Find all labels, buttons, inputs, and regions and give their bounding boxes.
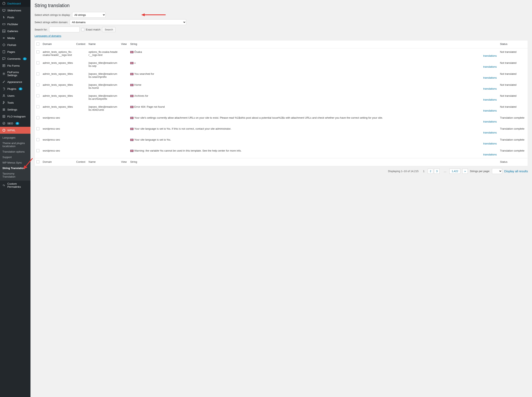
col-domain[interactable]: Domain (41, 40, 74, 48)
display-all-link[interactable]: Display all results (504, 169, 528, 173)
cell-status: Translation complete (498, 147, 528, 158)
cell-string: Your site language is set to %s.translat… (129, 136, 498, 147)
col-view[interactable]: View (119, 40, 129, 48)
col-domain-footer[interactable]: Domain (41, 158, 74, 166)
row-checkbox[interactable] (36, 149, 39, 152)
page-title: String translation (35, 3, 528, 8)
col-name-footer[interactable]: Name (87, 158, 119, 166)
page-link[interactable]: 2 (428, 169, 433, 174)
uk-flag-icon (130, 84, 134, 86)
translations-link[interactable]: translations (130, 120, 497, 123)
flohub-icon (2, 43, 6, 47)
cell-name: [wpseo_titles]breadcrumbs-404crumb (87, 103, 119, 114)
slideshows-icon (2, 9, 6, 12)
admin-sidebar: DashboardSlideshowsPostsFloSliderGalleri… (0, 0, 31, 397)
exact-match-checkbox[interactable] (81, 28, 84, 31)
col-status-footer[interactable]: Status (498, 158, 528, 166)
submenu-item-translation-options[interactable]: Translation options (0, 149, 31, 155)
sidebar-item-galleries[interactable]: Galleries (0, 28, 31, 35)
cell-name: [wpseo_titles]breadcrumbs-home (87, 81, 119, 92)
translations-link[interactable]: translations (130, 153, 497, 156)
row-checkbox[interactable] (36, 50, 39, 53)
sidebar-item-users[interactable]: Users (0, 92, 31, 99)
col-name[interactable]: Name (87, 40, 119, 48)
translations-link[interactable]: translations (130, 98, 497, 101)
sidebar-item-dashboard[interactable]: Dashboard (0, 0, 31, 7)
col-string-footer[interactable]: String (129, 158, 498, 166)
string-text: Warning: the variable %s cannot be used … (134, 149, 242, 152)
col-context[interactable]: Context (74, 40, 87, 48)
row-checkbox[interactable] (36, 83, 39, 86)
cell-string: Hometranslations (129, 81, 498, 92)
string-text: You searched for (134, 72, 154, 75)
sidebar-item-flohub[interactable]: FloHub (0, 41, 31, 48)
sidebar-item-flo-forms[interactable]: Flo Forms (0, 62, 31, 69)
sidebar-item-label: FLO Instagram (7, 115, 26, 118)
translations-link[interactable]: translations (130, 131, 497, 134)
submenu-item-support[interactable]: Support (0, 155, 31, 160)
sidebar-item-label: Settings (7, 108, 17, 111)
page-last[interactable]: 1,422 (450, 169, 460, 174)
sidebar-item-seo[interactable]: SEO4 (0, 120, 31, 127)
sidebar-item-pages[interactable]: Pages (0, 48, 31, 55)
submenu-item-wp-menus-sync[interactable]: WP Menus Sync (0, 160, 31, 165)
sidebar-item-flo-instagram[interactable]: FLO Instagram (0, 113, 31, 120)
translations-link[interactable]: translations (130, 87, 497, 90)
sidebar-item-settings[interactable]: Settings (0, 106, 31, 113)
translations-link[interactable]: translations (130, 54, 497, 57)
row-checkbox[interactable] (36, 105, 39, 108)
table-row: wordpress-seoYour site language is set t… (35, 136, 528, 147)
permalinks-icon (2, 183, 6, 187)
languages-of-domains-link[interactable]: Languages of domains (35, 34, 61, 37)
translations-link[interactable]: translations (130, 142, 497, 145)
submenu-item-taxonomy-translation[interactable]: Taxonomy Translation (0, 171, 31, 180)
sidebar-item-label: Users (7, 94, 14, 97)
row-checkbox[interactable] (36, 138, 39, 141)
sidebar-item-tools[interactable]: Tools (0, 99, 31, 106)
row-checkbox[interactable] (36, 72, 39, 75)
sidebar-item-media[interactable]: Media (0, 35, 31, 41)
col-view-footer[interactable]: View (119, 158, 129, 166)
cell-status: Not translated (498, 92, 528, 103)
sidebar-item-wpml[interactable]: WPML (0, 127, 31, 134)
sidebar-item-comments[interactable]: Comments1 (0, 55, 31, 62)
uk-flag-icon (130, 73, 134, 75)
translations-link[interactable]: translations (130, 109, 497, 112)
sidebar-item-appearance[interactable]: Appearance (0, 78, 31, 85)
select-all-checkbox-footer[interactable] (36, 160, 39, 163)
svg-rect-2 (3, 11, 5, 12)
sidebar-item-posts[interactable]: Posts (0, 14, 31, 21)
translations-link[interactable]: translations (130, 65, 497, 68)
svg-rect-12 (3, 110, 5, 111)
domain-filter-select[interactable]: All domains (70, 19, 186, 25)
translations-link[interactable]: translations (130, 76, 497, 79)
row-checkbox[interactable] (36, 116, 39, 119)
row-checkbox[interactable] (36, 61, 39, 64)
sidebar-item-plugins[interactable]: Plugins3 (0, 85, 31, 92)
sidebar-item-label: SEO (7, 122, 13, 125)
sidebar-item-label: WPML (7, 129, 16, 132)
submenu-item-theme-and-plugins-localization[interactable]: Theme and plugins localization (0, 140, 31, 149)
page-next[interactable]: » (462, 169, 468, 174)
per-page-select[interactable]: 10 (492, 168, 502, 174)
cell-string: Ōsakatranslations (129, 48, 498, 60)
col-status[interactable]: Status (498, 40, 528, 48)
row-checkbox[interactable] (36, 94, 39, 97)
sidebar-item-floslider[interactable]: FloSlider (0, 21, 31, 28)
strings-display-select[interactable]: All strings (72, 12, 106, 18)
sidebar-item-slideshows[interactable]: Slideshows (0, 7, 31, 14)
page-link[interactable]: 3 (434, 169, 439, 174)
sidebar-item-floforms-settings[interactable]: FloForms Settings (0, 69, 31, 78)
col-string[interactable]: String (129, 40, 498, 48)
sidebar-item-label: Dashboard (7, 2, 21, 5)
col-context-footer[interactable]: Context (74, 158, 87, 166)
cell-status: Not translated (498, 48, 528, 60)
pagination-ellipsis: … (442, 169, 447, 174)
search-input[interactable] (49, 27, 80, 32)
row-checkbox[interactable] (36, 127, 39, 130)
select-all-checkbox[interactable] (36, 43, 39, 45)
submenu-item-string-translation[interactable]: String Translation (0, 165, 31, 171)
submenu-item-languages[interactable]: Languages (0, 135, 31, 140)
search-button[interactable]: Search (102, 27, 116, 32)
sidebar-item-custom-permalinks[interactable]: Custom Permalinks (0, 181, 31, 190)
